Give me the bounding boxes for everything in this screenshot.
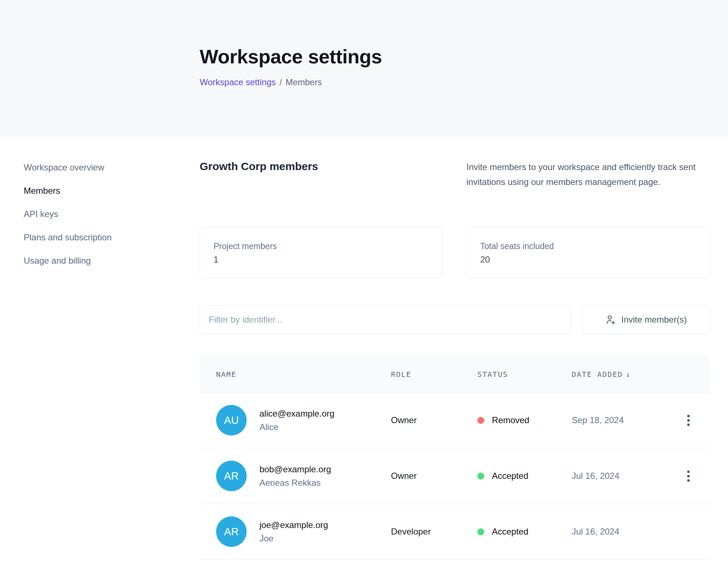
total-seats-card: Total seats included 20 xyxy=(466,228,710,279)
member-role: Owner xyxy=(391,471,477,481)
table-row: AR joe@example.org Joe Developer Accepte… xyxy=(200,504,710,560)
sidebar-item-workspace-overview[interactable]: Workspace overview xyxy=(24,161,111,174)
workspace-settings-page: Workspace settings Workspace settings/Me… xyxy=(0,0,728,587)
user-plus-icon xyxy=(605,314,616,325)
breadcrumb-link-workspace-settings[interactable]: Workspace settings xyxy=(200,77,276,87)
member-role: Owner xyxy=(391,415,477,425)
members-table: NAME ROLE STATUS DATE ADDED↓ AU alice@ex… xyxy=(200,356,710,560)
member-status: Accepted xyxy=(492,471,528,481)
breadcrumb-separator: / xyxy=(279,77,282,87)
member-status: Accepted xyxy=(492,527,528,537)
sidebar-item-members[interactable]: Members xyxy=(24,184,111,197)
project-members-label: Project members xyxy=(214,241,442,251)
column-header-date-added[interactable]: DATE ADDED↓ xyxy=(572,370,667,379)
page-title: Workspace settings xyxy=(200,45,382,68)
member-email: bob@example.org xyxy=(259,464,331,474)
member-role: Developer xyxy=(391,527,477,537)
member-fullname: Alice xyxy=(259,422,334,432)
filter-by-identifier-input[interactable] xyxy=(200,305,571,334)
status-dot-removed xyxy=(477,417,484,424)
status-dot-accepted xyxy=(477,473,484,480)
members-section-heading: Growth Corp members xyxy=(200,160,318,173)
invite-members-button-label: Invite member(s) xyxy=(621,315,687,325)
sort-descending-icon: ↓ xyxy=(626,370,630,379)
status-dot-accepted xyxy=(477,528,484,535)
sidebar-item-api-keys[interactable]: API keys xyxy=(24,208,111,220)
member-fullname: Aeneas Rekkas xyxy=(259,478,331,488)
table-row: AR bob@example.org Aeneas Rekkas Owner A… xyxy=(200,448,710,504)
member-email: alice@example.org xyxy=(259,409,334,419)
member-name-cell: AU alice@example.org Alice xyxy=(200,405,391,436)
breadcrumb-current: Members xyxy=(286,77,322,87)
breadcrumb: Workspace settings/Members xyxy=(200,77,322,87)
row-actions-kebab-icon[interactable] xyxy=(684,412,693,429)
project-members-card: Project members 1 xyxy=(200,228,442,279)
member-date-added: Sep 18, 2024 xyxy=(572,415,667,425)
member-fullname: Joe xyxy=(259,533,328,544)
member-status-cell: Removed xyxy=(477,415,572,425)
settings-sidebar: Workspace overview Members API keys Plan… xyxy=(24,161,111,267)
avatar: AR xyxy=(216,516,247,547)
project-members-value: 1 xyxy=(214,255,442,265)
member-status-cell: Accepted xyxy=(477,527,572,537)
row-actions-kebab-icon[interactable] xyxy=(684,468,693,485)
sidebar-item-usage-and-billing[interactable]: Usage and billing xyxy=(24,254,111,267)
column-header-name[interactable]: NAME xyxy=(200,370,391,379)
total-seats-label: Total seats included xyxy=(480,241,709,251)
members-section-description: Invite members to your workspace and eff… xyxy=(466,159,711,189)
table-row: AU alice@example.org Alice Owner Removed… xyxy=(200,393,710,448)
member-date-added: Jul 16, 2024 xyxy=(572,527,667,537)
column-header-status[interactable]: STATUS xyxy=(477,370,572,379)
member-date-added: Jul 16, 2024 xyxy=(572,471,667,481)
total-seats-value: 20 xyxy=(480,255,709,265)
member-email: joe@example.org xyxy=(259,520,328,530)
member-name-cell: AR bob@example.org Aeneas Rekkas xyxy=(200,461,391,491)
avatar: AU xyxy=(216,405,247,436)
column-header-role[interactable]: ROLE xyxy=(391,370,477,379)
invite-members-button[interactable]: Invite member(s) xyxy=(582,305,710,334)
member-status-cell: Accepted xyxy=(477,471,572,481)
member-name-cell: AR joe@example.org Joe xyxy=(200,516,391,547)
hero-band xyxy=(0,0,728,137)
sidebar-item-plans-and-subscription[interactable]: Plans and subscription xyxy=(24,231,111,244)
member-status: Removed xyxy=(492,415,529,425)
table-header-row: NAME ROLE STATUS DATE ADDED↓ xyxy=(200,356,710,393)
avatar: AR xyxy=(216,461,247,491)
